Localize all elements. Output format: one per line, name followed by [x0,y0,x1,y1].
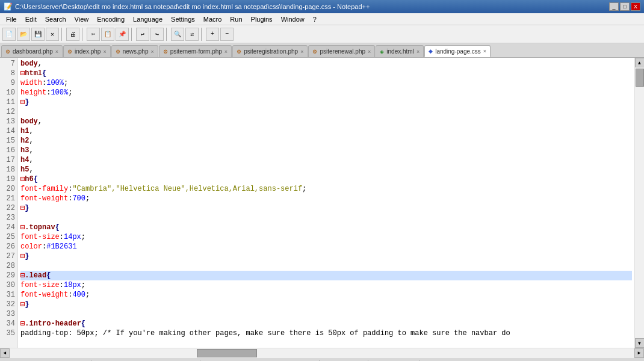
print-btn[interactable]: 🖨 [66,28,79,41]
open-btn[interactable]: 📂 [17,28,30,41]
scroll-up-btn[interactable]: ▲ [635,58,645,67]
app-icon: 📝 [4,2,13,11]
save-btn[interactable]: 💾 [31,28,45,41]
line-number-35: 35 [2,329,15,338]
zoom-out-btn[interactable]: − [220,28,234,41]
tab-label: index.php [75,48,101,55]
scroll-left-btn[interactable]: ◄ [0,348,10,358]
tab-label: dashboard.php [13,48,53,55]
menu-item-search[interactable]: Search [42,14,70,24]
line-number-31: 31 [2,290,15,300]
menu-item-run[interactable]: Run [226,14,246,24]
find-btn[interactable]: 🔍 [171,28,184,41]
php-icon: ⚙ [67,49,72,55]
php-icon: ⚙ [237,49,241,55]
tab-label: psitemem-form.php [170,48,222,55]
new-btn[interactable]: 📄 [2,28,16,41]
code-line-27: ⊟} [20,251,632,261]
code-line-14: h1, [20,126,632,136]
line-number-34: 34 [2,319,15,329]
tab-label: index.html [386,48,414,55]
code-line-17: h4, [20,155,632,165]
line-number-16: 16 [2,146,15,155]
title-bar-controls[interactable]: _ □ X [609,2,640,11]
sep5 [201,28,203,41]
tab-psitemem-form-php[interactable]: ⚙psitemem-form.php× [159,45,232,57]
code-line-20: font-family: "Cambria","Helvetica Neue",… [20,184,632,194]
tab-psiteregistration-php[interactable]: ⚙psiteregistration.php× [232,45,308,57]
paste-btn[interactable]: 📌 [116,28,129,41]
menu-item-file[interactable]: File [2,14,20,24]
line-number-23: 23 [2,213,15,223]
menu-item-view[interactable]: View [71,14,93,24]
redo-btn[interactable]: ↪ [150,28,164,41]
line-number-27: 27 [2,251,15,261]
tab-label: psiterenewal.php [320,48,365,55]
tab-label: psiteregistration.php [244,48,298,55]
scroll-right-btn[interactable]: ► [634,348,644,358]
h-scroll-track [10,348,634,358]
code-line-7: body, [20,59,632,69]
code-line-26: color: #1B2631 [20,242,632,251]
zoom-in-btn[interactable]: + [206,28,219,41]
line-number-29: 29 [2,271,15,280]
code-line-29: ⊟.lead { [20,271,632,280]
tab-close-btn[interactable]: × [103,49,106,55]
line-number-9: 9 [2,78,15,88]
code-line-24: ⊟.topnav { [20,223,632,232]
code-area[interactable]: body,⊟html { width: 100%; height: 100%;⊟… [18,58,634,348]
menu-item-?[interactable]: ? [309,14,320,24]
code-line-12 [20,107,632,117]
tab-close-btn[interactable]: × [150,49,153,55]
menu-item-plugins[interactable]: Plugins [247,14,276,24]
menu-item-window[interactable]: Window [277,14,308,24]
line-number-32: 32 [2,300,15,309]
tab-close-btn[interactable]: × [55,49,58,55]
h-scroll-thumb[interactable] [197,349,257,357]
sep4 [166,28,169,41]
tab-close-btn[interactable]: × [416,49,420,55]
menu-item-edit[interactable]: Edit [22,14,40,24]
menu-item-settings[interactable]: Settings [167,14,199,24]
tab-psiterenewal-php[interactable]: ⚙psiterenewal.php× [308,45,375,57]
close-btn[interactable]: X [631,2,640,11]
tab-close-btn[interactable]: × [368,49,371,55]
line-number-14: 14 [2,126,15,136]
tab-dashboard-php[interactable]: ⚙dashboard.php× [1,45,63,57]
code-line-28 [20,261,632,271]
scroll-thumb[interactable] [636,69,644,87]
undo-btn[interactable]: ↩ [136,28,149,41]
maximize-btn[interactable]: □ [620,2,630,11]
menu-item-macro[interactable]: Macro [200,14,226,24]
scroll-down-btn[interactable]: ▼ [635,338,645,348]
scrollbar-horizontal[interactable]: ◄ ► [0,348,644,357]
code-line-10: height: 100%; [20,88,632,97]
php-icon: ⚙ [163,49,168,55]
cut-btn[interactable]: ✂ [87,28,100,41]
title-text: C:\Users\server\Desktop\edit mo index.ht… [15,3,370,10]
copy-btn[interactable]: 📋 [101,28,114,41]
tab-close-btn[interactable]: × [483,48,486,54]
php-icon: ⚙ [5,49,10,55]
tab-close-btn[interactable]: × [224,49,228,55]
line-number-12: 12 [2,107,15,117]
tab-close-btn[interactable]: × [300,49,303,55]
menu-item-encoding[interactable]: Encoding [93,14,128,24]
tab-landing-page-css[interactable]: ◆landing-page.css× [424,45,491,57]
code-line-23 [20,213,632,223]
sep2 [82,28,84,41]
close-file-btn[interactable]: ✕ [46,28,59,41]
tab-news-php[interactable]: ⚙news.php× [111,45,158,57]
minimize-btn[interactable]: _ [609,2,619,11]
scrollbar-vertical[interactable]: ▲ ▼ [634,58,644,348]
tab-index-html[interactable]: ◈index.html× [376,45,424,57]
tab-label: news.php [123,48,149,55]
menu-item-language[interactable]: Language [129,14,166,24]
code-line-22: ⊟} [20,203,632,213]
sep3 [131,28,134,41]
tab-index-php[interactable]: ⚙index.php× [63,45,111,57]
replace-btn[interactable]: ⇄ [185,28,199,41]
title-bar: 📝 C:\Users\server\Desktop\edit mo index.… [0,0,644,13]
code-line-33 [20,309,632,319]
code-line-25: font-size: 14px; [20,232,632,242]
